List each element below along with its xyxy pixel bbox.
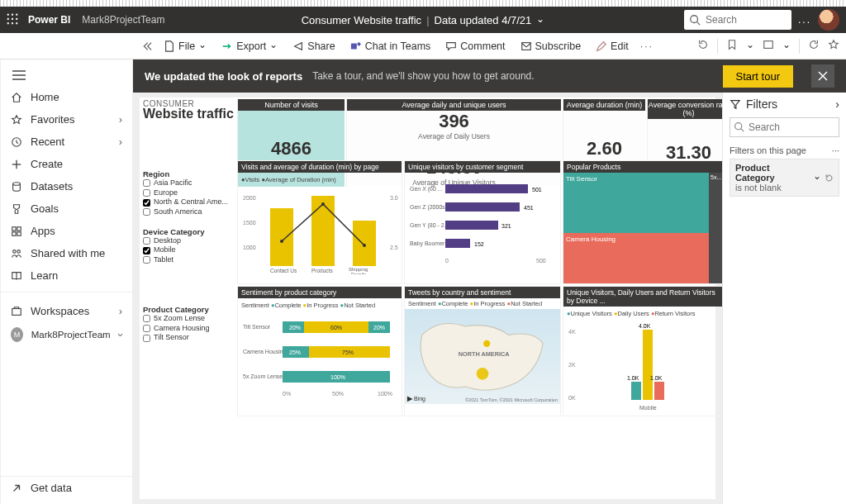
chart-popular-products[interactable]: Popular Products Tilt Sensor Camera Hous…: [563, 160, 722, 284]
svg-text:451: 451: [524, 205, 534, 211]
svg-point-37: [280, 240, 283, 243]
subscribe-button[interactable]: Subscribe: [517, 39, 585, 54]
svg-text:500: 500: [536, 258, 546, 264]
refresh-icon[interactable]: [808, 39, 820, 53]
svg-point-4: [12, 17, 13, 19]
chart-visits-duration[interactable]: Visits and average of duration (min) by …: [237, 160, 402, 284]
toolbar-more-icon[interactable]: ···: [640, 40, 654, 52]
update-banner: We updated the look of reports Take a to…: [133, 59, 846, 93]
svg-rect-28: [12, 308, 21, 315]
svg-point-39: [363, 244, 366, 247]
svg-rect-36: [353, 221, 376, 266]
share-button[interactable]: Share: [289, 39, 338, 54]
svg-text:100%: 100%: [330, 374, 345, 380]
svg-point-78: [483, 340, 490, 347]
svg-text:4K: 4K: [568, 329, 576, 335]
svg-text:Contact Us: Contact Us: [270, 268, 297, 273]
view-chevron[interactable]: [782, 40, 791, 52]
svg-point-5: [16, 17, 17, 19]
svg-rect-86: [643, 330, 653, 400]
chart-unique-segment[interactable]: Unique visitors by customer segment Gen …: [404, 160, 561, 284]
chart-visitors-by-device[interactable]: Unique Visitors, Daily Users and Return …: [563, 286, 722, 416]
svg-rect-56: [445, 239, 470, 248]
nav-recent[interactable]: Recent›: [1, 131, 132, 153]
file-menu[interactable]: File: [160, 39, 210, 54]
nav-datasets[interactable]: Datasets: [1, 175, 132, 197]
export-menu[interactable]: Export: [218, 39, 281, 54]
svg-point-0: [7, 13, 9, 15]
chart-tweets-map[interactable]: Tweets by country and sentiment Sentimen…: [404, 286, 561, 416]
svg-text:Mobile: Mobile: [639, 405, 657, 411]
report-main-title: Website traffic: [143, 107, 235, 121]
svg-point-3: [7, 17, 9, 19]
nav-current-workspace[interactable]: MMark8ProjectTeam›: [1, 322, 132, 347]
nav-apps[interactable]: Apps: [1, 220, 132, 242]
slicer-product[interactable]: Product Category 5x Zoom Lense Camera Ho…: [143, 300, 235, 343]
nav-favorites[interactable]: Favorites›: [1, 108, 132, 131]
filter-card-product-category[interactable]: Product Category is not blank: [730, 159, 839, 197]
svg-rect-24: [12, 231, 16, 235]
svg-point-79: [477, 368, 489, 380]
comment-button[interactable]: Comment: [442, 39, 508, 54]
edit-button[interactable]: Edit: [592, 39, 632, 54]
svg-point-8: [16, 22, 17, 24]
svg-text:NORTH AMERICA: NORTH AMERICA: [459, 351, 510, 359]
reset-icon[interactable]: [697, 39, 709, 53]
svg-text:20%: 20%: [289, 325, 301, 330]
nav-hamburger[interactable]: [1, 64, 132, 86]
svg-text:2000: 2000: [243, 195, 256, 201]
svg-text:0: 0: [445, 258, 449, 264]
chevron-down-icon[interactable]: [813, 172, 821, 183]
svg-point-12: [357, 42, 360, 45]
svg-point-6: [7, 22, 9, 24]
svg-text:75%: 75%: [342, 349, 354, 355]
clear-filter-icon[interactable]: [825, 174, 834, 183]
svg-text:2K: 2K: [568, 362, 576, 368]
global-search[interactable]: [684, 10, 791, 30]
bookmark-icon[interactable]: [726, 39, 738, 53]
svg-text:321: 321: [501, 223, 511, 229]
chat-teams-button[interactable]: Chat in Teams: [347, 39, 435, 54]
svg-text:501: 501: [532, 187, 542, 193]
nav-learn[interactable]: Learn: [1, 264, 132, 287]
banner-close-button[interactable]: [811, 64, 834, 88]
slicer-device[interactable]: Device Category Desktop Mobile Tablet: [143, 222, 235, 265]
waffle-icon[interactable]: [7, 13, 18, 27]
svg-line-10: [697, 22, 701, 26]
chevron-down-icon[interactable]: [536, 14, 544, 26]
svg-text:Gen Z (2000s...: Gen Z (2000s...: [410, 204, 450, 211]
nav-shared[interactable]: Shared with me: [1, 242, 132, 264]
favorite-star-icon[interactable]: [828, 39, 839, 53]
svg-rect-23: [17, 226, 21, 230]
user-avatar[interactable]: [818, 9, 839, 31]
filters-pane: Filters › Filters on this page··· Produc…: [722, 93, 846, 504]
nav-goals[interactable]: Goals: [1, 197, 132, 220]
more-icon[interactable]: ...: [798, 14, 811, 26]
nav-workspaces[interactable]: Workspaces›: [1, 300, 132, 322]
chart-sentiment-product[interactable]: Sentiment by product category Sentiment …: [237, 286, 402, 416]
filters-search-input[interactable]: [730, 117, 839, 137]
svg-text:1.0K: 1.0K: [627, 375, 639, 381]
view-icon[interactable]: [763, 39, 774, 53]
filters-section-more[interactable]: ···: [832, 145, 839, 155]
nav-get-data[interactable]: Get data: [1, 477, 132, 499]
svg-point-26: [13, 250, 17, 253]
start-tour-button[interactable]: Start tour: [723, 65, 793, 88]
svg-text:Products: Products: [311, 268, 333, 273]
svg-text:1000: 1000: [243, 245, 256, 250]
svg-text:Gen X (60 ...: Gen X (60 ...: [410, 186, 443, 193]
expand-pane-icon[interactable]: [140, 40, 152, 52]
nav-home[interactable]: Home: [1, 86, 132, 108]
filter-icon: [730, 98, 741, 110]
nav-create[interactable]: Create: [1, 153, 132, 175]
global-search-input[interactable]: [706, 14, 780, 26]
svg-text:60%: 60%: [330, 325, 342, 330]
svg-rect-13: [521, 42, 530, 50]
svg-rect-11: [351, 43, 357, 49]
filters-section-label: Filters on this page: [730, 145, 806, 155]
banner-title: We updated the look of reports: [145, 70, 302, 83]
slicer-region[interactable]: Region Asia Pacific Europe North & Centr…: [143, 164, 235, 217]
filters-collapse-icon[interactable]: ›: [835, 97, 839, 111]
banner-subtitle: Take a tour, and we'll show you how to g…: [312, 70, 534, 82]
bookmark-chevron[interactable]: [746, 40, 754, 52]
